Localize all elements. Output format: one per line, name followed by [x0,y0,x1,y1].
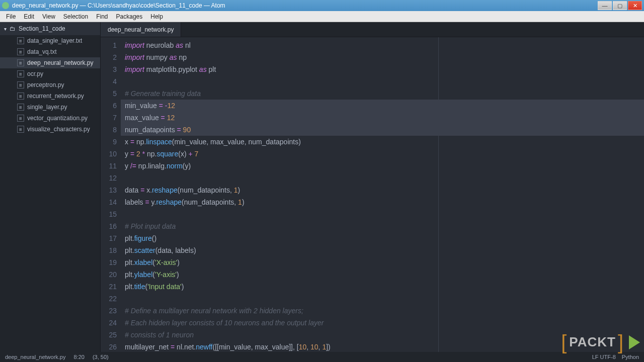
tab-bar: deep_neural_network.py [101,22,644,37]
status-filename[interactable]: deep_neural_network.py [5,354,65,360]
window-title: deep_neural_network.py — C:\Users\sandhy… [12,2,598,9]
file-label: vector_quantization.py [27,115,88,122]
file-label: deep_neural_network.py [27,59,93,66]
file-label: perceptron.py [27,81,64,88]
code-line[interactable]: multilayer_net = nl.net.newff([[min_valu… [121,341,644,352]
line-gutter: 1234567891011121314151617181920212223242… [101,37,121,352]
code-line[interactable]: # Each hidden layer consists of 10 neuro… [121,317,644,329]
chevron-down-icon: ▾ [4,26,7,32]
code-line[interactable]: plt.scatter(data, labels) [121,244,644,256]
code-line[interactable]: plt.title('Input data') [121,281,644,293]
code-line[interactable]: num_datapoints = 90 [121,124,644,136]
status-cursor[interactable]: 8:20 [73,354,84,360]
menu-item-edit[interactable]: Edit [20,12,38,21]
file-icon: ≡ [17,37,24,44]
code-line[interactable]: import neurolab as nl [121,39,644,51]
code-line[interactable]: plt.figure() [121,232,644,244]
maximize-button[interactable]: ▢ [613,1,627,10]
main-area: ▾ 🗀 Section_11_code ≡data_single_layer.t… [0,22,644,352]
code-line[interactable]: max_value = 12 [121,112,644,124]
code-line[interactable]: import matplotlib.pyplot as plt [121,63,644,75]
minimize-button[interactable]: — [598,1,612,10]
menu-bar: FileEditViewSelectionFindPackagesHelp [0,11,644,22]
file-item[interactable]: ≡data_single_layer.txt [0,35,100,46]
file-icon: ≡ [17,126,24,133]
menu-item-selection[interactable]: Selection [59,12,92,21]
code-line[interactable]: data = x.reshape(num_datapoints, 1) [121,184,644,196]
code-line[interactable]: # Generate training data [121,87,644,100]
file-item[interactable]: ≡single_layer.py [0,102,100,113]
code-line[interactable]: # Define a multilayer neural network wit… [121,305,644,317]
folder-icon: 🗀 [10,25,16,32]
status-range: (3, 50) [93,354,109,360]
file-item[interactable]: ≡recurrent_network.py [0,90,100,102]
file-item[interactable]: ≡ocr.py [0,68,100,79]
status-bar: deep_neural_network.py 8:20 (3, 50) LF U… [0,352,644,362]
file-label: recurrent_network.py [27,93,84,100]
project-root[interactable]: ▾ 🗀 Section_11_code [0,22,100,35]
code-line[interactable]: # consists of 1 neuron [121,329,644,341]
file-item[interactable]: ≡vector_quantization.py [0,113,100,124]
editor-pane: deep_neural_network.py 12345678910111213… [101,22,644,352]
file-icon: ≡ [17,48,24,55]
code-line[interactable]: plt.xlabel('X-axis') [121,256,644,268]
file-label: single_layer.py [27,104,67,111]
file-label: data_vq.txt [27,48,57,55]
app-icon [2,2,9,9]
menu-item-packages[interactable]: Packages [112,12,147,21]
code-line[interactable]: import numpy as np [121,51,644,63]
code-editor[interactable]: 1234567891011121314151617181920212223242… [101,37,644,352]
file-label: data_single_layer.txt [27,37,82,44]
window-titlebar: deep_neural_network.py — C:\Users\sandhy… [0,0,644,11]
file-item[interactable]: ≡data_vq.txt [0,46,100,57]
file-icon: ≡ [17,115,24,122]
code-line[interactable]: y /= np.linalg.norm(y) [121,160,644,172]
code-line[interactable] [121,208,644,220]
code-line[interactable]: y = 2 * np.square(x) + 7 [121,148,644,160]
menu-item-help[interactable]: Help [146,12,167,21]
file-item[interactable]: ≡perceptron.py [0,79,100,90]
project-sidebar: ▾ 🗀 Section_11_code ≡data_single_layer.t… [0,22,101,352]
code-line[interactable]: # Plot input data [121,220,644,232]
code-area[interactable]: import neurolab as nlimport numpy as npi… [121,37,644,352]
file-label: visualize_characters.py [27,126,90,133]
code-line[interactable]: x = np.linspace(min_value, max_value, nu… [121,136,644,148]
file-icon: ≡ [17,70,24,77]
code-line[interactable] [121,293,644,305]
file-item[interactable]: ≡deep_neural_network.py [0,57,100,68]
code-line[interactable] [121,75,644,87]
file-label: ocr.py [27,70,43,77]
file-icon: ≡ [17,59,24,66]
close-button[interactable]: ✕ [628,1,642,10]
status-encoding[interactable]: LF UTF-8 [592,354,616,360]
code-line[interactable]: labels = y.reshape(num_datapoints, 1) [121,196,644,208]
file-icon: ≡ [17,81,24,88]
file-icon: ≡ [17,93,24,100]
status-language[interactable]: Python [622,354,639,360]
file-icon: ≡ [17,104,24,111]
project-name: Section_11_code [19,25,65,32]
code-line[interactable]: min_value = -12 [121,100,644,112]
menu-item-view[interactable]: View [38,12,59,21]
tab-active[interactable]: deep_neural_network.py [101,22,181,37]
code-line[interactable]: plt.ylabel('Y-axis') [121,268,644,281]
file-item[interactable]: ≡visualize_characters.py [0,124,100,135]
code-line[interactable] [121,172,644,184]
menu-item-file[interactable]: File [2,12,20,21]
menu-item-find[interactable]: Find [92,12,112,21]
